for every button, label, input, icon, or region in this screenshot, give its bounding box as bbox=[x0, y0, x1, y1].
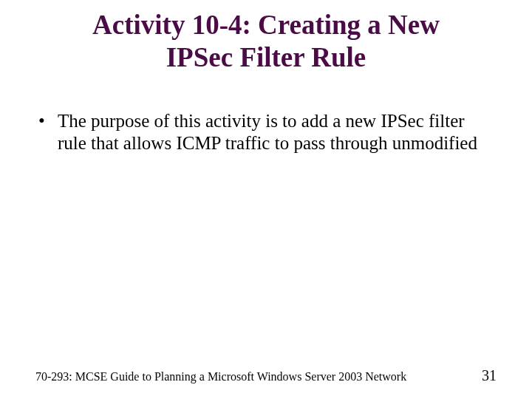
list-item: • The purpose of this activity is to add… bbox=[35, 110, 497, 154]
title-line-1: Activity 10-4: Creating a New bbox=[92, 10, 440, 40]
slide-title: Activity 10-4: Creating a New IPSec Filt… bbox=[0, 0, 532, 75]
slide-footer: 70-293: MCSE Guide to Planning a Microso… bbox=[0, 367, 532, 384]
bullet-text: The purpose of this activity is to add a… bbox=[58, 110, 497, 154]
page-number: 31 bbox=[482, 367, 497, 384]
footer-source: 70-293: MCSE Guide to Planning a Microso… bbox=[35, 370, 406, 383]
title-line-2: IPSec Filter Rule bbox=[166, 42, 366, 72]
bullet-icon: • bbox=[35, 110, 58, 132]
slide-content: • The purpose of this activity is to add… bbox=[0, 75, 532, 154]
